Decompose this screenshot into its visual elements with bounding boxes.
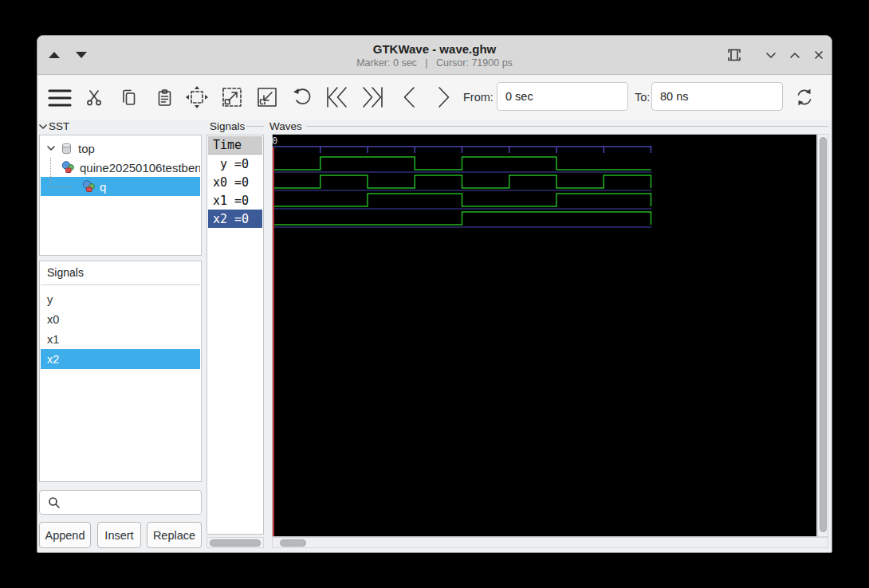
waves-frame-label: Waves xyxy=(269,120,302,132)
names-frame-label: Signals xyxy=(210,120,245,132)
replace-button[interactable]: Replace xyxy=(147,522,202,548)
replace-button-label: Replace xyxy=(153,529,195,542)
signal-list-panel: Signals y x0 x1 x2 xyxy=(39,261,202,482)
expander-icon[interactable] xyxy=(46,144,56,152)
waves-hscrollbar[interactable] xyxy=(272,537,828,548)
time-header[interactable]: Time xyxy=(208,136,262,155)
cursor-status: Cursor: 71900 ps xyxy=(436,57,513,69)
marker-status: Marker: 0 sec xyxy=(356,57,417,69)
zoom-fit-icon xyxy=(185,85,209,109)
clipboard-paste-icon xyxy=(156,88,174,108)
append-button[interactable]: Append xyxy=(39,522,91,548)
zoom-out-arrow-icon xyxy=(256,86,278,108)
name-row-x0[interactable]: x0 =0 xyxy=(208,173,262,191)
signal-list-item-x0[interactable]: x0 xyxy=(41,309,200,329)
signal-list-frame-label: Signals xyxy=(47,266,84,279)
keep-above-button[interactable] xyxy=(726,47,742,63)
names-column: Time y =0 x0 =0 x1 =0 x2 =0 xyxy=(206,135,264,535)
tree-guide xyxy=(50,177,70,187)
close-icon xyxy=(812,48,826,62)
signal-search-box[interactable] xyxy=(39,490,202,515)
names-hscrollbar[interactable] xyxy=(206,537,264,548)
name-row-text: x2 =0 xyxy=(213,212,249,226)
module-icon xyxy=(81,179,96,194)
names-hscrollbar-thumb[interactable] xyxy=(210,539,261,547)
name-row-text: x1 =0 xyxy=(213,194,249,208)
cut-button[interactable] xyxy=(84,88,104,108)
name-row-text: y =0 xyxy=(213,157,249,171)
status-separator: | xyxy=(425,57,427,69)
maximize-button[interactable] xyxy=(787,47,803,63)
tree-label: quine20250106testbench xyxy=(80,161,200,174)
waves-hscrollbar-thumb[interactable] xyxy=(280,539,306,547)
insert-button[interactable]: Insert xyxy=(97,522,141,548)
reload-icon xyxy=(794,87,815,108)
keep-above-icon xyxy=(726,47,742,63)
copy-button[interactable] xyxy=(119,88,140,108)
copy-icon xyxy=(120,88,138,108)
zoom-out-button[interactable] xyxy=(254,84,280,110)
undo-button[interactable] xyxy=(291,86,313,108)
minimize-button[interactable] xyxy=(763,47,779,63)
sst-frame-label: SST xyxy=(49,120,69,132)
from-label: From: xyxy=(463,91,493,104)
paste-button[interactable] xyxy=(155,88,175,108)
tree-label: q xyxy=(100,180,106,194)
prev-edge-button[interactable] xyxy=(398,84,420,110)
sst-tree: top quine20250106testbench q xyxy=(39,135,202,256)
titlebar[interactable]: GTKWave - wave.ghw Marker: 0 sec | Curso… xyxy=(37,36,832,75)
go-to-end-button[interactable] xyxy=(360,84,385,110)
skip-to-start-icon xyxy=(325,85,349,109)
signal-label: y xyxy=(47,293,53,306)
search-input[interactable] xyxy=(64,493,201,513)
archive-icon xyxy=(60,142,73,155)
next-edge-button[interactable] xyxy=(433,84,455,110)
close-button[interactable] xyxy=(811,47,827,63)
go-to-start-button[interactable] xyxy=(324,84,350,110)
chevron-up-icon xyxy=(788,48,802,62)
divider xyxy=(41,284,200,285)
undo-arrow-icon xyxy=(292,87,313,108)
from-input[interactable] xyxy=(497,82,628,111)
tree-label: top xyxy=(78,142,95,155)
waveform-plot xyxy=(273,135,816,536)
frame-border xyxy=(306,126,828,127)
tree-guide xyxy=(50,158,51,177)
hamburger-menu-icon xyxy=(48,88,72,108)
time-header-label: Time xyxy=(213,138,242,152)
sst-expander-icon[interactable] xyxy=(38,123,48,131)
signal-label: x1 xyxy=(47,333,59,346)
module-icon xyxy=(61,160,75,174)
timeline-origin-label: 0 xyxy=(272,135,277,147)
waves-vscrollbar[interactable] xyxy=(817,134,828,537)
chevron-right-icon xyxy=(435,85,453,109)
tree-row-top[interactable]: top xyxy=(41,139,200,158)
name-row-text: x0 =0 xyxy=(213,175,249,190)
window-title: GTKWave - wave.ghw xyxy=(37,42,832,56)
window-status: Marker: 0 sec | Cursor: 71900 ps xyxy=(37,57,832,69)
to-input[interactable] xyxy=(651,82,783,111)
tree-row-q[interactable]: q xyxy=(41,177,200,196)
name-row-x2[interactable]: x2 =0 xyxy=(208,210,262,228)
name-row-x1[interactable]: x1 =0 xyxy=(208,191,262,210)
wave-display[interactable]: 0 xyxy=(272,134,817,537)
zoom-in-button[interactable] xyxy=(219,84,245,110)
signal-list-item-x2[interactable]: x2 xyxy=(41,349,200,369)
zoom-in-arrow-icon xyxy=(221,86,243,108)
scissors-icon xyxy=(86,89,102,107)
tree-row-module[interactable]: quine20250106testbench xyxy=(41,158,200,177)
signal-list-item-y[interactable]: y xyxy=(41,289,200,309)
desktop-background: GTKWave - wave.ghw Marker: 0 sec | Curso… xyxy=(0,0,869,588)
search-icon xyxy=(48,496,61,509)
menu-button[interactable] xyxy=(48,86,72,110)
signal-label: x2 xyxy=(47,353,59,366)
toolbar: From: To: xyxy=(37,75,832,120)
append-button-label: Append xyxy=(45,529,85,542)
zoom-fit-button[interactable] xyxy=(184,84,210,110)
signal-list-item-x1[interactable]: x1 xyxy=(41,329,200,349)
insert-button-label: Insert xyxy=(104,529,133,542)
name-row-y[interactable]: y =0 xyxy=(208,155,262,173)
reload-button[interactable] xyxy=(793,86,816,108)
waves-vscrollbar-thumb[interactable] xyxy=(820,137,827,532)
chevron-left-icon xyxy=(400,85,418,109)
